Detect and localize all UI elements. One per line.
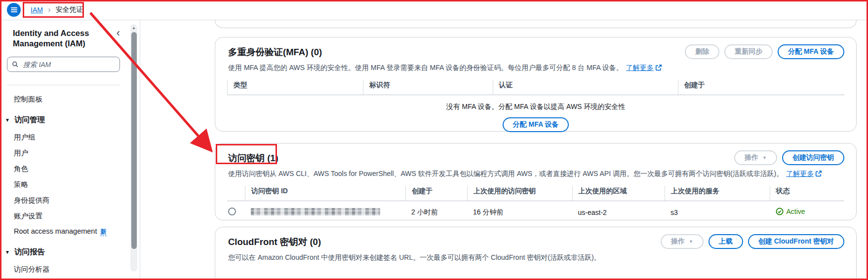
sidebar-item-dashboard[interactable]: 控制面板 (7, 91, 120, 107)
sidebar: Identity and Access Management (IAM) ‹ 控… (0, 20, 140, 280)
assign-mfa-device-empty-button[interactable]: 分配 MFA 设备 (503, 117, 569, 132)
mfa-description: 使用 MFA 提高您的 AWS 环境的安全性。使用 MFA 登录需要来自 MFA… (227, 64, 844, 72)
cloudfront-title: CloudFront 密钥对 (0) (227, 236, 321, 248)
access-keys-card: 访问密钥 (1) 操作▼ 创建访问密钥 使用访问密钥从 AWS CLI、AWS … (215, 143, 857, 220)
new-badge: 新 (100, 228, 107, 236)
mfa-description-text: 使用 MFA 提高您的 AWS 环境的安全性。使用 MFA 登录需要来自 MFA… (228, 64, 623, 71)
access-key-created: 2 小时前 (405, 208, 467, 217)
actions-label: 操作 (745, 153, 758, 162)
sidebar-nav: 控制面板 ▼ 访问管理 用户组 用户 角色 策略 身份提供商 账户设置 Root… (7, 91, 120, 280)
create-cloudfront-key-pair-button[interactable]: 创建 CloudFront 密钥对 (748, 234, 844, 249)
sidebar-scrollbar[interactable]: ▲ (130, 24, 137, 272)
access-keys-actions-button[interactable]: 操作▼ (734, 150, 777, 165)
access-keys-col-select (227, 186, 245, 201)
sidebar-section-label: 访问报告 (14, 247, 45, 257)
mfa-empty-text: 没有 MFA 设备。分配 MFA 设备以提高 AWS 环境的安全性 (227, 103, 844, 111)
sidebar-section-access-management[interactable]: ▼ 访问管理 (5, 112, 120, 128)
check-circle-icon (776, 208, 784, 215)
top-navigation-bar: IAM › 安全凭证 (0, 0, 868, 20)
access-keys-table-header: 访问密钥 ID 创建于 上次使用的访问密钥 上次使用的区域 上次使用的服务 状态 (227, 186, 844, 201)
hamburger-icon (11, 9, 17, 10)
mfa-col-identifier: 标识符 (363, 80, 493, 95)
access-keys-title: 访问密钥 (1) (227, 152, 278, 164)
sidebar-item-root-access-management[interactable]: Root access management新 (7, 224, 120, 239)
caret-down-icon: ▼ (689, 240, 693, 244)
access-key-last-used: 16 分钟前 (467, 208, 572, 217)
triangle-down-icon: ▼ (5, 249, 10, 255)
status-badge: Active (776, 208, 805, 215)
breadcrumb-current-page: 安全凭证 (56, 5, 83, 14)
sidebar-item-access-analyzer[interactable]: 访问分析器 (7, 261, 120, 277)
access-keys-description-text: 使用访问密钥从 AWS CLI、AWS Tools for PowerShell… (228, 170, 783, 177)
collapse-sidebar-icon[interactable]: ‹ (117, 28, 120, 38)
sidebar-divider (7, 85, 120, 85)
cloudfront-description: 您可以在 Amazon CloudFront 中使用密钥对来创建签名 URL。一… (227, 253, 844, 262)
actions-label: 操作 (671, 237, 685, 246)
access-key-region: us-east-2 (572, 209, 665, 216)
sidebar-section-access-reports[interactable]: ▼ 访问报告 (5, 244, 120, 260)
access-keys-description: 使用访问密钥从 AWS CLI、AWS Tools for PowerShell… (227, 170, 844, 178)
sidebar-search (7, 57, 120, 72)
sidebar-item-roles[interactable]: 角色 (7, 161, 120, 176)
access-key-radio[interactable] (228, 208, 236, 215)
access-key-row: 2 小时前 16 分钟前 us-east-2 s3 Active (227, 201, 844, 217)
menu-button[interactable] (7, 3, 21, 17)
mfa-col-created: 创建于 (678, 80, 845, 95)
access-key-service: s3 (665, 209, 770, 216)
breadcrumb-iam-link[interactable]: IAM (31, 6, 43, 14)
sidebar-section-label: 访问管理 (14, 115, 45, 125)
mfa-card: 多重身份验证(MFA) (0) 删除 重新同步 分配 MFA 设备 使用 MFA… (215, 37, 857, 132)
sidebar-item-label: Root access management (14, 227, 97, 235)
assign-mfa-device-button[interactable]: 分配 MFA 设备 (778, 44, 844, 59)
learn-more-label: 了解更多 (626, 64, 654, 71)
sidebar-item-users[interactable]: 用户 (7, 145, 120, 161)
access-keys-col-last-used-key: 上次使用的访问密钥 (467, 186, 572, 201)
cloudfront-card: CloudFront 密钥对 (0) 操作▼ 上载 创建 CloudFront … (215, 227, 857, 280)
sidebar-item-user-groups[interactable]: 用户组 (7, 129, 120, 145)
breadcrumb: IAM › 安全凭证 (31, 5, 83, 14)
search-icon (12, 61, 19, 68)
learn-more-label: 了解更多 (786, 170, 814, 177)
access-keys-col-last-used-service: 上次使用的服务 (665, 186, 770, 201)
mfa-col-type: 类型 (227, 80, 363, 95)
access-key-id-redacted (251, 208, 380, 215)
access-keys-col-id: 访问密钥 ID (245, 186, 405, 201)
scrollbar-thumb[interactable] (131, 32, 137, 249)
sidebar-item-identity-providers[interactable]: 身份提供商 (7, 192, 120, 208)
mfa-learn-more-link[interactable]: 了解更多 (626, 64, 662, 71)
scroll-up-arrow-icon[interactable]: ▲ (132, 26, 136, 31)
access-keys-col-status: 状态 (770, 186, 845, 201)
search-input[interactable] (22, 60, 116, 69)
external-link-icon (815, 170, 822, 177)
triangle-down-icon: ▼ (5, 117, 10, 123)
cloudfront-actions-button[interactable]: 操作▼ (661, 234, 704, 249)
external-link-icon (655, 64, 662, 71)
caret-down-icon: ▼ (762, 156, 767, 160)
sidebar-item-external-access[interactable]: 外部访问 (7, 277, 120, 280)
mfa-table-header: 类型 标识符 认证 创建于 (227, 80, 844, 95)
resync-mfa-button[interactable]: 重新同步 (724, 44, 773, 59)
access-keys-col-last-used-region: 上次使用的区域 (572, 186, 665, 201)
upload-cloudfront-key-button[interactable]: 上载 (709, 234, 743, 249)
sidebar-item-policies[interactable]: 策略 (7, 176, 120, 192)
access-keys-col-created: 创建于 (405, 186, 467, 201)
mfa-col-certification: 认证 (493, 80, 678, 95)
create-access-key-button[interactable]: 创建访问密钥 (782, 150, 844, 165)
chevron-right-icon: › (48, 6, 51, 13)
status-label: Active (787, 208, 805, 215)
sidebar-item-account-settings[interactable]: 账户设置 (7, 208, 120, 224)
delete-mfa-button[interactable]: 删除 (685, 44, 719, 59)
sidebar-title: Identity and Access Management (IAM) (13, 28, 104, 49)
access-keys-learn-more-link[interactable]: 了解更多 (786, 170, 822, 177)
mfa-card-title: 多重身份验证(MFA) (0) (227, 46, 322, 58)
